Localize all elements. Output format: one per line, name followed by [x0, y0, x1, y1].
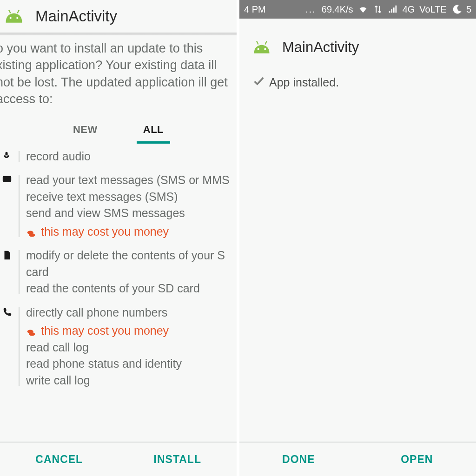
app-title: MainActivity: [282, 39, 359, 56]
app-header: MainActivity: [239, 19, 476, 65]
perm-line: read call log: [26, 339, 235, 356]
permissions-tabs: NEW ALL: [0, 120, 237, 144]
svg-line-3: [17, 10, 19, 13]
permission-group-phone: directly call phone numbers this may cos…: [0, 300, 237, 392]
more-icon: ...: [305, 4, 316, 15]
install-permissions-screen: MainActivity o you want to install an up…: [0, 0, 238, 476]
done-button[interactable]: DONE: [239, 443, 358, 476]
net-type: 4G: [403, 4, 415, 15]
status-bar: 4 PM ... 69.4K/s 4G VoLTE 5: [239, 0, 476, 19]
data-icon: [373, 4, 383, 14]
svg-point-10: [264, 48, 266, 50]
svg-point-1: [16, 17, 18, 19]
wifi-icon: [358, 4, 368, 14]
perm-line: directly call phone numbers: [26, 304, 235, 321]
divider: [0, 33, 237, 35]
install-status: App installed.: [239, 65, 476, 90]
svg-point-9: [258, 48, 259, 50]
cost-warning: this may cost you money: [41, 224, 169, 240]
install-complete-screen: 4 PM ... 69.4K/s 4G VoLTE 5 MainActivity…: [238, 0, 476, 476]
svg-rect-4: [3, 176, 11, 182]
mic-icon: [2, 148, 16, 165]
svg-line-11: [257, 41, 258, 44]
permission-group-mic: record audio: [0, 144, 237, 168]
perm-line: read the contents of your SD card: [26, 280, 235, 297]
cancel-button[interactable]: CANCEL: [0, 443, 119, 476]
open-button[interactable]: OPEN: [358, 443, 476, 476]
svg-line-12: [265, 41, 267, 44]
coins-icon: [26, 227, 36, 237]
action-bar: CANCEL INSTALL: [0, 442, 237, 476]
status-extra: 5: [466, 4, 471, 15]
dnd-icon: [451, 4, 462, 14]
android-icon: [4, 9, 24, 23]
coins-icon: [26, 326, 36, 336]
perm-line: write call log: [26, 372, 235, 389]
svg-point-0: [10, 17, 12, 19]
check-icon: [252, 74, 265, 90]
sd-icon: [2, 247, 16, 297]
install-prompt: o you want to install an update to this …: [0, 40, 237, 112]
net-speed: 69.4K/s: [322, 4, 353, 15]
app-title: MainActivity: [35, 7, 117, 25]
install-button[interactable]: INSTALL: [119, 443, 237, 476]
volte-label: VoLTE: [419, 4, 447, 15]
sms-icon: [2, 172, 16, 240]
tab-new[interactable]: NEW: [66, 120, 104, 144]
action-bar: DONE OPEN: [239, 442, 476, 476]
signal-icon: [388, 4, 398, 14]
android-icon: [251, 40, 272, 54]
perm-line: read phone status and identity: [26, 356, 235, 372]
svg-point-6: [29, 233, 35, 237]
perm-line: send and view SMS messages: [26, 205, 235, 222]
permission-group-sms: read your text messages (SMS or MMS rece…: [0, 167, 237, 243]
tab-all[interactable]: ALL: [137, 120, 170, 144]
svg-line-2: [9, 10, 11, 13]
perm-line: read your text messages (SMS or MMS: [26, 172, 235, 189]
permission-group-storage: modify or delete the contents of your S …: [0, 243, 237, 300]
cost-warning: this may cost you money: [41, 323, 169, 339]
app-header: MainActivity: [0, 0, 237, 33]
phone-icon: [2, 304, 16, 389]
svg-point-8: [29, 332, 35, 336]
perm-line: receive text messages (SMS): [26, 189, 235, 205]
perm-line: modify or delete the contents of your S …: [26, 247, 235, 280]
install-status-text: App installed.: [269, 76, 339, 89]
perm-line: record audio: [26, 148, 235, 165]
status-time: 4 PM: [244, 4, 266, 15]
